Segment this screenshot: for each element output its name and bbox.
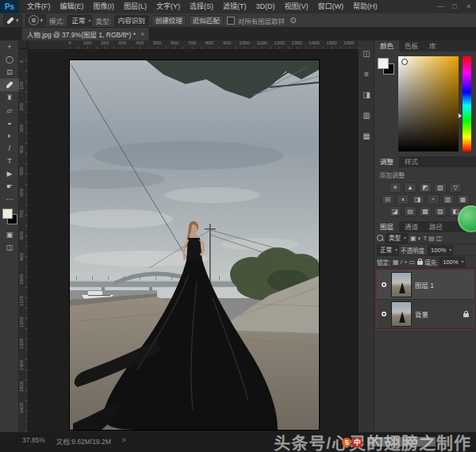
- menu-item[interactable]: 图层(L): [119, 0, 152, 13]
- saturation-brightness-field[interactable]: [398, 56, 459, 151]
- path-select-tool[interactable]: ▶: [0, 167, 19, 180]
- menu-item[interactable]: 选择(S): [185, 0, 218, 13]
- brush-size-picker[interactable]: ▾: [25, 14, 47, 26]
- layers-tab[interactable]: 通道: [399, 221, 424, 232]
- crop-tool[interactable]: ⊡: [0, 66, 19, 79]
- menu-item[interactable]: 窗口(W): [313, 0, 349, 13]
- menu-item[interactable]: 帮助(H): [348, 0, 382, 13]
- type-tool[interactable]: T: [0, 155, 19, 167]
- menu-item[interactable]: 编辑(E): [56, 0, 89, 13]
- eraser-tool[interactable]: ▱: [0, 104, 19, 117]
- close-tab-icon[interactable]: ×: [140, 30, 144, 38]
- adjustments-tab[interactable]: 样式: [399, 156, 424, 167]
- menu-item[interactable]: 文件(F): [22, 0, 56, 13]
- adjustments-tab[interactable]: 调整: [374, 156, 399, 167]
- adjustment-icon[interactable]: ▤: [404, 206, 416, 216]
- layer-thumbnail[interactable]: [391, 272, 412, 297]
- document-tab[interactable]: 人物.jpg @ 37.9%(图层 1, RGB/8*) * ×: [22, 28, 150, 40]
- mode-select[interactable]: 正常: [67, 15, 92, 26]
- layer-row[interactable]: 图层 1: [377, 270, 474, 300]
- foreground-color-swatch[interactable]: [2, 209, 13, 219]
- filter-icon[interactable]: ◐: [417, 235, 423, 242]
- adjustment-icon[interactable]: ◔: [427, 194, 440, 205]
- visibility-eye-icon[interactable]: [380, 310, 388, 318]
- lock-option-icon[interactable]: +: [403, 259, 409, 266]
- adjustment-icon[interactable]: ▨: [434, 206, 447, 216]
- hand-tool[interactable]: ☛: [0, 180, 19, 193]
- collapsed-history-panel-icon[interactable]: ◫: [359, 45, 374, 61]
- canvas-area[interactable]: 0100200300400500600700800900100011001200…: [19, 40, 359, 432]
- screen-mode-button[interactable]: ◫: [0, 241, 19, 254]
- filter-icon[interactable]: ◫: [436, 235, 443, 242]
- adjustment-icon[interactable]: ◨: [412, 194, 424, 205]
- layer-row[interactable]: 背景: [377, 300, 474, 329]
- layers-tab[interactable]: 路径: [424, 221, 448, 232]
- menu-item[interactable]: 3D(D): [251, 0, 280, 13]
- color-tab[interactable]: 库: [424, 40, 442, 52]
- color-sample-marker[interactable]: [401, 59, 408, 65]
- menu-item[interactable]: 图像(I): [89, 0, 120, 13]
- collapsed-paragraph-panel-icon[interactable]: ▦: [359, 128, 374, 144]
- type-option-button[interactable]: 创建纹理: [152, 15, 186, 26]
- hue-slider[interactable]: [463, 56, 471, 151]
- type-option-button[interactable]: 内容识别: [114, 15, 149, 26]
- quick-mask-button[interactable]: ▣: [0, 228, 19, 241]
- layers-tab[interactable]: 图层: [374, 221, 399, 232]
- blur-tool[interactable]: ◒: [0, 117, 19, 129]
- spot-healing-brush-tool[interactable]: [0, 79, 19, 91]
- pen-tool[interactable]: /: [0, 142, 19, 155]
- adjustment-icon[interactable]: ◪: [389, 206, 401, 216]
- sample-all-layers-checkbox[interactable]: [227, 17, 235, 25]
- adjustment-icon[interactable]: ▥: [442, 194, 455, 205]
- sample-all-layers-label: 对所有图层取样: [238, 16, 286, 25]
- clone-stamp-tool[interactable]: ♜: [0, 91, 19, 104]
- adjustment-icon[interactable]: ▧: [434, 182, 447, 193]
- filter-icon[interactable]: ▣: [409, 235, 417, 242]
- menu-item[interactable]: 文字(Y): [152, 0, 185, 13]
- lasso-tool[interactable]: ◯: [0, 53, 19, 66]
- adjustment-icon[interactable]: ▦: [457, 194, 470, 205]
- collapsed-properties-panel-icon[interactable]: ≡: [359, 66, 374, 82]
- opacity-value[interactable]: 100%: [428, 245, 453, 255]
- menu-item[interactable]: 滤镜(T): [218, 0, 251, 13]
- lock-option-icon[interactable]: ▦: [392, 259, 400, 266]
- filter-icon[interactable]: ▤: [428, 235, 436, 242]
- type-option-button[interactable]: 近似匹配: [189, 15, 224, 26]
- dodge-tool[interactable]: ◐: [0, 129, 19, 142]
- color-tab[interactable]: 颜色: [374, 40, 399, 52]
- window-minimize-button[interactable]: —: [433, 0, 447, 13]
- pen-pressure-icon[interactable]: ⊙: [290, 16, 296, 25]
- visibility-eye-icon[interactable]: [380, 281, 388, 289]
- adjustment-icon[interactable]: ⊟: [382, 194, 394, 205]
- blend-mode-select[interactable]: 正常: [377, 245, 399, 255]
- window-maximize-button[interactable]: □: [447, 0, 462, 13]
- menu-item[interactable]: 视图(V): [280, 0, 313, 13]
- more-tools[interactable]: ⋯: [0, 193, 19, 205]
- lock-option-icon[interactable]: ▭: [409, 259, 416, 266]
- fill-value[interactable]: 100%: [440, 257, 465, 267]
- ruler-tick-label: 1400: [19, 360, 24, 370]
- adjustment-icon[interactable]: ▩: [419, 206, 432, 216]
- color-tab[interactable]: 色板: [399, 40, 424, 52]
- zoom-level[interactable]: 37.85%: [22, 436, 45, 446]
- collapsed-info-panel-icon[interactable]: ◨: [359, 86, 374, 102]
- photo-document[interactable]: [70, 60, 319, 430]
- adjustment-icon[interactable]: ▲: [404, 182, 416, 193]
- status-chevron-icon[interactable]: >: [122, 436, 126, 446]
- ruler-tick-label: 1500: [19, 381, 24, 392]
- layer-thumbnail[interactable]: [391, 301, 412, 327]
- filter-icon[interactable]: T: [422, 235, 428, 242]
- move-tool[interactable]: +: [0, 40, 19, 53]
- hue-slider-marker[interactable]: [459, 113, 462, 118]
- adjustment-icon[interactable]: ▽: [449, 182, 462, 193]
- collapsed-character-panel-icon[interactable]: ▥: [359, 107, 374, 123]
- filter-type-select[interactable]: 类型: [386, 233, 408, 243]
- adjustment-icon[interactable]: ☀: [389, 182, 401, 193]
- panel-foreground-swatch[interactable]: [378, 58, 389, 69]
- adjustment-icon[interactable]: ◩: [419, 182, 432, 193]
- adjustment-icon[interactable]: ◑: [397, 194, 409, 205]
- window-close-button[interactable]: ×: [462, 0, 476, 13]
- layer-name: 图层 1: [415, 280, 470, 289]
- lock-icon[interactable]: [417, 261, 423, 265]
- current-tool-chip[interactable]: ▾: [3, 14, 22, 26]
